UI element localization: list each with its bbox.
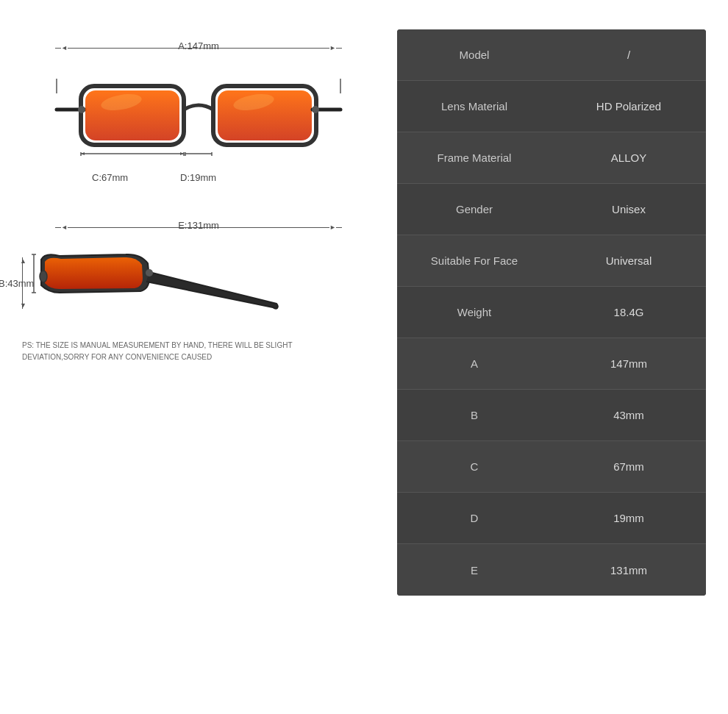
spec-label-10: E [397, 555, 552, 585]
spec-value-9: 19mm [552, 503, 706, 533]
spec-label-7: B [397, 400, 552, 430]
spec-value-6: 147mm [552, 349, 706, 379]
spec-row: C 67mm [397, 441, 706, 493]
spec-row: D 19mm [397, 493, 706, 544]
spec-value-1: HD Polarized [552, 91, 706, 121]
spec-label-0: Model [397, 40, 552, 70]
spec-value-8: 67mm [552, 451, 706, 482]
spec-label-5: Weight [397, 297, 552, 327]
spec-value-0: / [552, 40, 706, 70]
specs-table: Model / Lens Material HD Polarized Frame… [397, 29, 706, 596]
spec-value-4: Universal [552, 246, 706, 276]
spec-value-2: ALLOY [552, 143, 706, 173]
spec-label-4: Suitable For Face [397, 246, 552, 276]
svg-point-21 [40, 271, 47, 282]
sunglasses-side-view [30, 241, 280, 325]
svg-point-20 [146, 269, 153, 276]
spec-value-3: Unisex [552, 194, 706, 224]
disclaimer-text: PS: THE SIZE IS MANUAL MEASUREMENT BY HA… [22, 340, 301, 363]
measurement-a-label: A:147mm [178, 40, 219, 51]
spec-value-5: 18.4G [552, 297, 706, 327]
spec-label-3: Gender [397, 194, 552, 224]
measurement-d-label: D:19mm [180, 172, 216, 183]
spec-row: Lens Material HD Polarized [397, 81, 706, 132]
spec-value-7: 43mm [552, 400, 706, 430]
front-view-section: ◄ A:147mm ► [22, 44, 375, 194]
spec-row: E 131mm [397, 544, 706, 596]
sunglasses-front-view [55, 54, 342, 172]
spec-label-8: C [397, 451, 552, 482]
main-container: ◄ A:147mm ► [0, 0, 728, 714]
svg-point-8 [78, 106, 85, 113]
spec-row: Gender Unisex [397, 184, 706, 235]
spec-row: Weight 18.4G [397, 287, 706, 338]
spec-label-6: A [397, 349, 552, 379]
spec-row: B 43mm [397, 390, 706, 441]
spec-row: Suitable For Face Universal [397, 235, 706, 287]
left-panel: ◄ A:147mm ► [22, 29, 375, 363]
measurement-e-label: E:131mm [178, 220, 219, 231]
spec-label-2: Frame Material [397, 143, 552, 173]
spec-row: Frame Material ALLOY [397, 132, 706, 184]
spec-label-9: D [397, 503, 552, 533]
measurement-b-label: B:43mm [0, 278, 34, 289]
spec-value-10: 131mm [552, 555, 706, 585]
side-view-section: ◄ E:131mm ► ▲ ▼ B:43mm [22, 216, 375, 325]
spec-label-1: Lens Material [397, 91, 552, 121]
measurement-c-label: C:67mm [92, 172, 128, 183]
spec-row: Model / [397, 29, 706, 81]
spec-row: A 147mm [397, 338, 706, 390]
svg-point-9 [312, 106, 319, 113]
